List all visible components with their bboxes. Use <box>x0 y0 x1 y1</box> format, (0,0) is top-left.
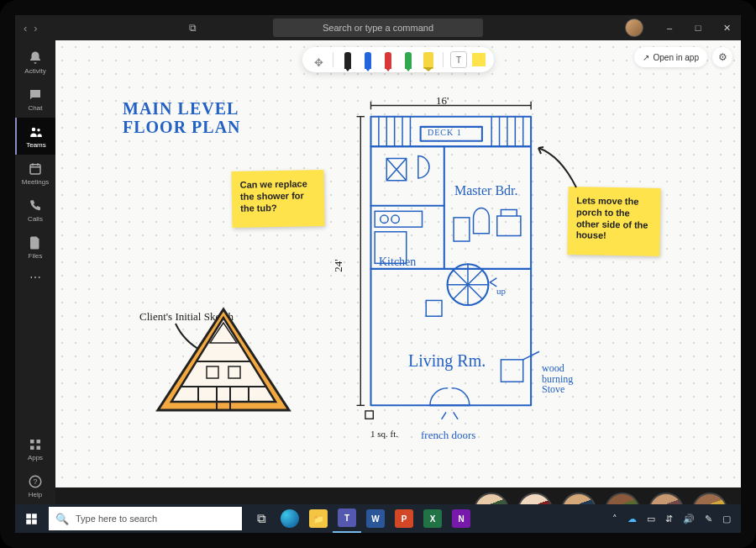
open-in-app-label: Open in app <box>654 53 700 62</box>
profile-avatar[interactable] <box>625 18 643 37</box>
rail-chat[interactable]: Chat <box>15 81 55 118</box>
svg-point-1 <box>37 129 39 131</box>
app-powerpoint[interactable]: P <box>390 504 418 533</box>
action-center-icon[interactable]: ▢ <box>722 514 731 524</box>
search-icon: 🔍 <box>55 513 69 525</box>
sticky-note-1[interactable]: Can we replace the shower for the tub? <box>231 170 324 228</box>
label-doors: french doors <box>421 429 475 442</box>
volume-icon[interactable]: 🔊 <box>683 514 695 524</box>
forward-button[interactable]: › <box>34 22 37 34</box>
divider <box>443 52 444 67</box>
teams-body: Activity Chat Teams Meetings Calls <box>15 40 741 504</box>
svg-rect-5 <box>30 445 34 450</box>
maximize-button[interactable]: □ <box>684 15 712 40</box>
sticky-text: Lets move the porch to the other side of… <box>576 195 648 240</box>
minimize-button[interactable]: – <box>655 15 684 40</box>
pen-red[interactable] <box>381 50 396 69</box>
rail-label: Chat <box>29 104 43 112</box>
text-tool[interactable]: T <box>450 51 467 68</box>
onedrive-icon[interactable]: ☁ <box>627 514 637 524</box>
title-line2: Floor Plan <box>123 118 241 136</box>
floor-plan-sketch[interactable]: 16' 24' DECK 1 Master Bdr. Kitchen up Li… <box>337 99 547 423</box>
title-line1: Main Level <box>123 99 241 118</box>
label-living: Living Rm. <box>408 351 486 371</box>
calendar-icon <box>28 161 43 177</box>
search-placeholder-text: Search or type a command <box>323 23 433 33</box>
chat-icon <box>28 87 43 103</box>
whiteboard-canvas[interactable]: ✥ T ↗ Open in app ⚙ <box>55 40 741 504</box>
rail-meetings[interactable]: Meetings <box>15 155 55 192</box>
history-nav: ‹ › <box>24 22 38 34</box>
divider <box>333 52 333 67</box>
apps-icon <box>28 437 43 452</box>
rail-files[interactable]: Files <box>15 229 55 266</box>
pen-blue[interactable] <box>360 50 375 69</box>
svg-rect-42 <box>501 360 522 382</box>
label-master: Master Bdr. <box>454 183 518 198</box>
label-deck: DECK 1 <box>428 128 462 137</box>
app-excel[interactable]: X <box>418 504 447 533</box>
dim-width: 16' <box>436 94 449 108</box>
teams-titlebar: ‹ › ⧉ Search or type a command – □ ✕ <box>15 15 741 40</box>
svg-marker-46 <box>171 318 276 402</box>
close-button[interactable]: ✕ <box>712 15 741 40</box>
rail-label: Apps <box>28 454 43 461</box>
app-rail: Activity Chat Teams Meetings Calls <box>15 40 55 504</box>
popout-icon[interactable]: ⧉ <box>189 22 197 34</box>
tray-chevron-icon[interactable]: ˄ <box>612 514 617 524</box>
battery-icon[interactable]: ▭ <box>647 514 655 524</box>
svg-rect-6 <box>37 445 41 450</box>
app-onenote[interactable]: N <box>447 504 475 533</box>
command-search[interactable]: Search or type a command <box>273 18 483 37</box>
rail-label: Teams <box>26 141 46 149</box>
client-initial-sketch[interactable] <box>148 303 299 420</box>
pen-workspace-icon[interactable]: ✎ <box>705 514 712 524</box>
svg-rect-41 <box>426 300 442 316</box>
pinned-apps: ⧉ 📁 T W P X N <box>247 504 475 533</box>
rail-teams[interactable]: Teams <box>15 118 55 155</box>
move-tool[interactable]: ✥ <box>311 50 326 69</box>
app-explorer[interactable]: 📁 <box>304 504 333 533</box>
svg-rect-35 <box>454 218 470 241</box>
open-in-app-button[interactable]: ↗ Open in app <box>634 47 708 67</box>
bell-icon <box>28 50 43 66</box>
svg-rect-59 <box>32 519 37 524</box>
start-button[interactable] <box>15 504 47 533</box>
label-stove: wood burningStove <box>542 363 573 395</box>
svg-rect-44 <box>365 411 373 419</box>
screen: ‹ › ⧉ Search or type a command – □ ✕ Act… <box>15 15 741 533</box>
whiteboard-toolbar: ✥ T <box>302 47 494 72</box>
label-kitchen: Kitchen <box>379 256 416 269</box>
dim-height: 24' <box>332 259 345 271</box>
highlighter[interactable] <box>421 50 436 69</box>
rail-more[interactable]: ⋯ <box>15 266 55 289</box>
sticky-note-tool[interactable] <box>472 53 486 66</box>
rail-apps[interactable]: Apps <box>15 430 55 467</box>
whiteboard-settings-button[interactable]: ⚙ <box>712 47 732 67</box>
svg-rect-2 <box>30 164 40 173</box>
sticky-text: Can we replace the shower for the tub? <box>240 178 307 213</box>
rail-label: Help <box>29 491 42 498</box>
app-teams[interactable]: T <box>333 504 361 533</box>
gear-icon: ⚙ <box>718 51 727 63</box>
app-edge[interactable] <box>276 504 304 533</box>
svg-rect-31 <box>375 211 422 227</box>
svg-point-33 <box>391 215 399 223</box>
pen-black[interactable] <box>340 50 355 69</box>
svg-rect-3 <box>30 440 34 444</box>
rail-calls[interactable]: Calls <box>15 192 55 229</box>
rail-activity[interactable]: Activity <box>15 44 55 81</box>
title-handwriting: Main Level Floor Plan <box>123 99 241 136</box>
label-scale: 1 sq. ft. <box>370 429 398 439</box>
svg-rect-57 <box>32 514 37 519</box>
back-button[interactable]: ‹ <box>24 22 27 34</box>
wifi-icon[interactable]: ⇵ <box>665 514 673 524</box>
rail-help[interactable]: ? Help <box>15 467 55 504</box>
windows-icon <box>25 513 38 525</box>
taskbar-search[interactable]: 🔍 Type here to search <box>49 507 242 530</box>
phone-icon <box>28 198 43 213</box>
pen-green[interactable] <box>401 50 416 69</box>
app-word[interactable]: W <box>361 504 390 533</box>
task-view[interactable]: ⧉ <box>247 504 276 533</box>
ellipsis-icon: ⋯ <box>29 271 41 284</box>
